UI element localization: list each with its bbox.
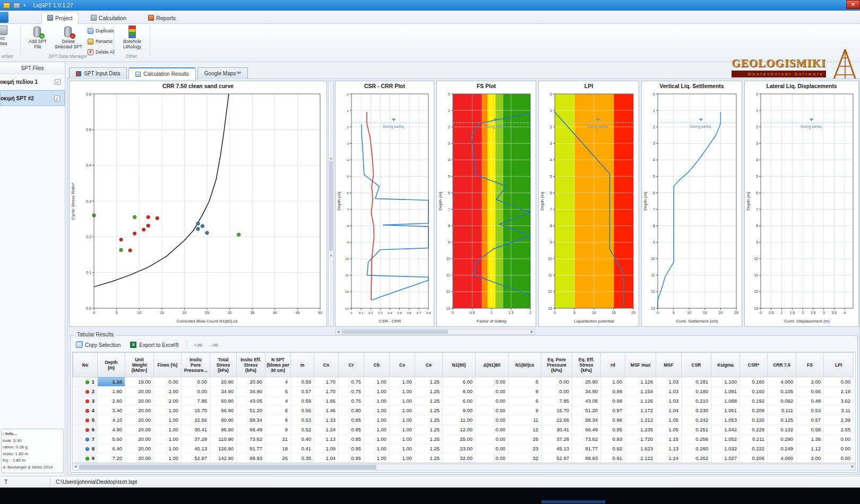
cell[interactable]: 0.52	[291, 425, 314, 435]
cell[interactable]: 0.95	[601, 425, 625, 435]
cell[interactable]: 0.00	[154, 377, 182, 387]
ribbon-tab-calculation[interactable]: Calculation	[85, 12, 132, 24]
cell[interactable]: 1.05	[656, 415, 682, 425]
cell[interactable]: 0.160	[740, 377, 768, 387]
cell[interactable]: 66.90	[210, 406, 237, 415]
quick-access-dropdown-icon[interactable]: ▾	[23, 3, 26, 8]
rename-button[interactable]: Rename	[86, 37, 114, 46]
cell[interactable]: 1.00	[364, 396, 390, 406]
scrollbar-thumb[interactable]	[342, 330, 448, 334]
cell[interactable]: 0.180	[682, 387, 711, 396]
row-header[interactable]: 2	[73, 387, 98, 396]
cell[interactable]: 0.262	[682, 454, 711, 463]
cell[interactable]: 0.66	[796, 387, 824, 396]
cell[interactable]: 0.181	[682, 377, 711, 387]
cell[interactable]: 1.00	[154, 435, 182, 444]
cell[interactable]: 0.00	[476, 396, 509, 406]
cell[interactable]: 7.85	[541, 396, 572, 406]
cell[interactable]: 1.25	[415, 415, 443, 425]
row-header[interactable]: 3	[73, 396, 98, 406]
cell[interactable]: 6	[265, 406, 291, 415]
cell[interactable]: 0.00	[476, 415, 509, 425]
cell[interactable]: 0.35	[291, 454, 314, 463]
cell[interactable]: 0.00	[182, 387, 210, 396]
spt-file-item[interactable]: οκιμή πεδίου 1✓	[0, 74, 65, 90]
cell[interactable]: 0.91	[601, 454, 625, 463]
cell[interactable]: 1.00	[364, 406, 390, 415]
cell[interactable]: 1.091	[711, 387, 740, 396]
cell[interactable]: 66.49	[237, 425, 265, 435]
cell[interactable]: 6	[509, 377, 541, 387]
cell[interactable]: 43.05	[572, 396, 601, 406]
tab-spt-input-data[interactable]: SPT Input Data	[69, 67, 127, 79]
cell[interactable]: 1.053	[711, 415, 740, 425]
cell[interactable]: 142.90	[210, 454, 237, 463]
cell[interactable]: 20.00	[125, 415, 154, 425]
cell[interactable]: 1.172	[625, 406, 656, 415]
row-header[interactable]: 1	[73, 377, 98, 387]
cell[interactable]: 0.249	[768, 444, 796, 454]
cell[interactable]: 0.229	[740, 425, 768, 435]
cell[interactable]: 25	[509, 435, 541, 444]
cell[interactable]: 32	[509, 454, 541, 463]
cell[interactable]: 58.34	[572, 415, 601, 425]
ribbon-tab-reports[interactable]: Reports	[143, 12, 181, 24]
decrease-decimal-button[interactable]: -.00	[209, 342, 220, 349]
cell[interactable]: 3.11	[824, 406, 854, 415]
cell[interactable]: 1.100	[711, 377, 740, 387]
cell[interactable]: 0.85	[339, 425, 364, 435]
cell[interactable]: 2.60	[98, 396, 125, 406]
cell[interactable]: 1.03	[656, 377, 682, 387]
cell[interactable]: 0.220	[740, 415, 768, 425]
cell[interactable]: 0.210	[682, 396, 711, 406]
cell[interactable]: 1.12	[796, 444, 824, 454]
cell[interactable]: 6.40	[98, 444, 125, 454]
cell[interactable]: 2.55	[824, 425, 854, 435]
row-header[interactable]: 8	[73, 444, 98, 454]
cell[interactable]: 25.00	[443, 435, 476, 444]
cell[interactable]: 22.56	[541, 415, 572, 425]
cell[interactable]: 1.623	[625, 444, 656, 454]
cell[interactable]: 11	[509, 415, 541, 425]
cell[interactable]: 37.28	[541, 435, 572, 444]
cell[interactable]: 0.80	[339, 406, 364, 415]
cell[interactable]: 0.00	[476, 435, 509, 444]
cell[interactable]: 5	[265, 387, 291, 396]
cell[interactable]: 6.00	[443, 377, 476, 387]
cell[interactable]: 15.70	[541, 406, 572, 415]
cell[interactable]: 34.90	[237, 387, 265, 396]
cell[interactable]: 1.25	[415, 406, 443, 415]
cell[interactable]: 0.57	[796, 415, 824, 425]
ribbon-tab-project[interactable]: Project	[41, 12, 79, 24]
cell[interactable]: 0.93	[601, 435, 625, 444]
cell[interactable]: 81.77	[572, 444, 601, 454]
scroll-right-arrow-icon[interactable]: ▶	[529, 329, 535, 334]
cell[interactable]: 0.75	[339, 396, 364, 406]
cell[interactable]: 1.25	[415, 444, 443, 454]
cell[interactable]: 11.00	[443, 415, 476, 425]
cell[interactable]: 0.211	[740, 435, 768, 444]
scroll-down-arrow-icon[interactable]: ▼	[329, 253, 333, 258]
cell[interactable]: 20.00	[125, 425, 154, 435]
cell[interactable]: 1.25	[415, 396, 443, 406]
cell[interactable]: 1.00	[154, 454, 182, 463]
cell[interactable]: 0.105	[768, 387, 796, 396]
cell[interactable]: 1.70	[314, 377, 339, 387]
cell[interactable]: 51.20	[237, 406, 265, 415]
cell[interactable]: 23.00	[443, 444, 476, 454]
cell[interactable]: 45.13	[182, 444, 210, 454]
cell[interactable]: 9.00	[443, 406, 476, 415]
cell[interactable]: 3.40	[98, 406, 125, 415]
open-project-icon[interactable]	[3, 3, 10, 8]
cell[interactable]: 20.00	[125, 444, 154, 454]
cell[interactable]: 0.75	[339, 387, 364, 396]
cell[interactable]: 0.85	[339, 435, 364, 444]
cell[interactable]: 81.77	[237, 444, 265, 454]
cell[interactable]: 0.00	[476, 444, 509, 454]
delete-selected-spt-button[interactable]: − Delete Selected SPT	[53, 25, 84, 53]
cell[interactable]: 20.00	[125, 435, 154, 444]
cell[interactable]: 0.125	[768, 415, 796, 425]
cell[interactable]: 1.80	[98, 387, 125, 396]
cell[interactable]: 1.00	[364, 415, 390, 425]
cell[interactable]: 1.24	[314, 425, 339, 435]
